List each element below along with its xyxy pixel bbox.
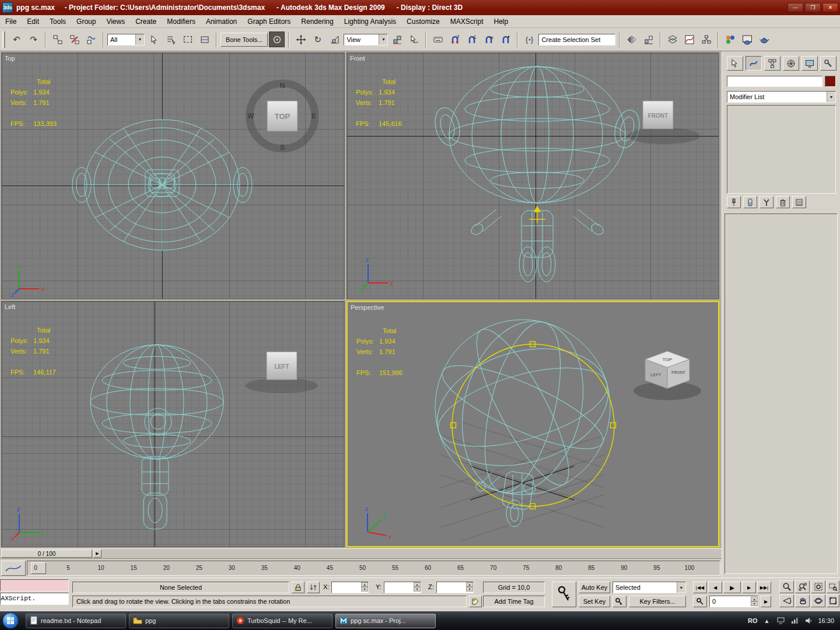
- z-spinner[interactable]: ▲▼: [466, 582, 473, 593]
- menu-graph-editors[interactable]: Graph Editors: [242, 16, 296, 27]
- quick-render-button[interactable]: [756, 32, 772, 47]
- menu-modifiers[interactable]: Modifiers: [162, 16, 201, 27]
- object-color-swatch[interactable]: [825, 76, 836, 87]
- align-button[interactable]: [640, 32, 656, 47]
- selection-lock-button[interactable]: [292, 582, 304, 593]
- reference-coordinate-dropdown[interactable]: View▼: [344, 34, 388, 46]
- key-mode-dropdown[interactable]: Selected▼: [612, 582, 686, 593]
- menu-views[interactable]: Views: [101, 16, 130, 27]
- close-button[interactable]: ✕: [822, 3, 838, 12]
- auto-key-button[interactable]: Auto Key: [579, 582, 610, 593]
- viewport-front[interactable]: FRONT Front Total Polys:1.934 Verts:1.79…: [346, 52, 719, 299]
- redo-button[interactable]: ↷: [26, 32, 41, 47]
- menu-help[interactable]: Help: [488, 16, 513, 27]
- compass-east[interactable]: E: [312, 112, 316, 120]
- field-of-view-button[interactable]: [779, 594, 794, 607]
- remove-modifier-button[interactable]: [776, 196, 790, 208]
- show-end-result-button[interactable]: [743, 196, 757, 208]
- go-to-end-button[interactable]: ▶▶|: [757, 582, 771, 593]
- frame-spinner[interactable]: ▲▼: [751, 597, 758, 606]
- x-coordinate-field[interactable]: ▲▼: [331, 582, 369, 593]
- menu-file[interactable]: File: [0, 16, 22, 27]
- menu-animation[interactable]: Animation: [201, 16, 242, 27]
- tab-utilities[interactable]: [820, 56, 836, 71]
- taskbar-item-notepad[interactable]: readme.txt - Notepad: [26, 614, 126, 628]
- use-pivot-point-button[interactable]: [389, 32, 405, 47]
- restore-button[interactable]: ❐: [805, 3, 821, 12]
- compass-south[interactable]: S: [280, 144, 285, 152]
- keyboard-shortcut-override-button[interactable]: [430, 32, 446, 47]
- viewcube-top-label[interactable]: TOP: [663, 357, 673, 362]
- select-and-move-button[interactable]: [293, 32, 309, 47]
- viewcube-front-label[interactable]: FRONT: [671, 370, 686, 374]
- selection-filter-dropdown[interactable]: All▼: [107, 34, 145, 46]
- time-slider-handle[interactable]: 0 / 100: [1, 550, 92, 558]
- modifier-list-dropdown[interactable]: Modifier List ▼: [727, 91, 836, 103]
- play-animation-button[interactable]: ▶: [723, 582, 741, 593]
- tab-motion[interactable]: [783, 56, 799, 71]
- viewport-label[interactable]: Top: [5, 55, 15, 62]
- viewport-left[interactable]: LEFT Left Total Polys:1.934 Verts:1.791 …: [1, 301, 345, 547]
- compass-north[interactable]: N: [280, 82, 285, 90]
- listener-line[interactable]: MAXScript.: [0, 593, 69, 605]
- macro-recorder-line[interactable]: [0, 579, 69, 592]
- maximize-viewport-toggle[interactable]: [827, 594, 839, 607]
- x-spinner[interactable]: ▲▼: [361, 582, 368, 593]
- time-slider-track[interactable]: 0 / 100 ▶: [0, 548, 722, 559]
- undo-button[interactable]: ↶: [9, 32, 24, 47]
- zoom-button[interactable]: [779, 580, 794, 593]
- select-and-link-button[interactable]: [50, 32, 65, 47]
- angle-snap-button[interactable]: ∠: [464, 32, 480, 47]
- make-unique-button[interactable]: [760, 196, 774, 208]
- viewcube-3d[interactable]: TOP LEFT FRONT: [622, 341, 715, 406]
- select-and-manipulate-button[interactable]: [406, 32, 422, 47]
- menu-group[interactable]: Group: [71, 16, 101, 27]
- select-and-rotate-button[interactable]: ↻: [310, 32, 326, 47]
- tab-display[interactable]: [802, 56, 818, 71]
- menu-lighting-analysis[interactable]: Lighting Analysis: [339, 16, 401, 27]
- viewport-perspective[interactable]: TOP LEFT FRONT Perspective Total Polys:1…: [346, 301, 719, 547]
- viewport-top[interactable]: N E S W TOP Top Total Polys:1.934 Verts:…: [1, 52, 345, 299]
- taskbar-item-ppg-folder[interactable]: ppg: [129, 614, 229, 628]
- hidden-icons-button[interactable]: ▲: [762, 616, 771, 625]
- zoom-all-button[interactable]: [795, 580, 810, 593]
- configure-modifier-sets-button[interactable]: [792, 196, 806, 208]
- spinner-snap-button[interactable]: [498, 32, 513, 47]
- viewcube-face-label[interactable]: TOP: [275, 112, 290, 121]
- select-and-scale-button[interactable]: [327, 32, 342, 47]
- viewport-label[interactable]: Left: [5, 303, 15, 310]
- menu-create[interactable]: Create: [130, 16, 162, 27]
- render-setup-button[interactable]: [739, 32, 755, 47]
- menu-customize[interactable]: Customize: [401, 16, 445, 27]
- time-tag-button[interactable]: [469, 596, 482, 607]
- unlink-selection-button[interactable]: [66, 32, 82, 47]
- start-button[interactable]: [2, 612, 19, 629]
- volume-tray-icon[interactable]: [804, 616, 813, 625]
- taskbar-item-turbosquid[interactable]: TurboSquid -- My Re...: [232, 614, 332, 628]
- set-keys-button[interactable]: [552, 582, 576, 607]
- zoom-extents-button[interactable]: [811, 580, 825, 593]
- set-key-filters-toggle[interactable]: [612, 596, 626, 607]
- modifier-stack-list[interactable]: [727, 105, 836, 194]
- display-tray-icon[interactable]: [776, 616, 785, 625]
- object-name-field[interactable]: [727, 76, 822, 87]
- pan-view-button[interactable]: [795, 594, 810, 607]
- previous-frame-button[interactable]: ◀: [708, 582, 722, 593]
- named-selection-set-combo[interactable]: [538, 34, 615, 46]
- next-frame-button[interactable]: ▶: [742, 582, 756, 593]
- pin-stack-button[interactable]: [727, 196, 741, 208]
- viewcube-left-label[interactable]: LEFT: [650, 372, 662, 377]
- timeline-ruler[interactable]: 0 5 10 15 20 25 30 35 40 45 50 55 60 65 …: [27, 561, 720, 576]
- menu-maxscript[interactable]: MAXScript: [445, 16, 489, 27]
- select-by-name-button[interactable]: [163, 32, 178, 47]
- viewport-label[interactable]: Perspective: [351, 304, 384, 311]
- snaps-toggle-button[interactable]: [269, 32, 285, 47]
- viewcube-face-label[interactable]: FRONT: [648, 113, 668, 119]
- layer-manager-button[interactable]: [664, 32, 680, 47]
- y-coordinate-field[interactable]: ▲▼: [384, 582, 421, 593]
- viewcube-face-label[interactable]: LEFT: [275, 363, 289, 370]
- absolute-offset-toggle[interactable]: [307, 582, 320, 593]
- edit-named-selections-button[interactable]: {}: [522, 32, 537, 47]
- next-key-button[interactable]: ▶: [761, 596, 771, 607]
- bone-tools-button[interactable]: Bone Tools...: [220, 33, 268, 47]
